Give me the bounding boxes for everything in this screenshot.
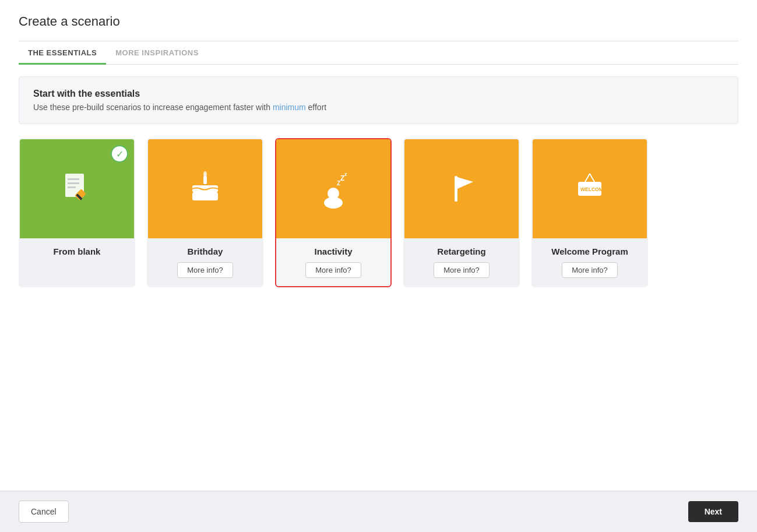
svg-rect-15: [455, 176, 457, 202]
more-info-birthday[interactable]: More info?: [177, 262, 233, 278]
card-welcome-program[interactable]: WELCOME Welcome Program More info?: [531, 138, 648, 287]
svg-text:z: z: [344, 171, 347, 177]
svg-rect-1: [68, 178, 79, 180]
card-image-inactivity: Z Z z: [276, 139, 390, 238]
card-body-from-blank: From blank: [20, 238, 134, 265]
tabs-container: THE ESSENTIALS MORE INSPIRATIONS: [19, 41, 738, 65]
card-from-blank[interactable]: ✓ From blank: [19, 138, 135, 287]
next-button[interactable]: Next: [688, 501, 738, 522]
card-body-birthday: Brithday More info?: [148, 238, 262, 286]
svg-rect-9: [192, 192, 218, 200]
svg-point-7: [203, 171, 207, 177]
card-body-welcome: Welcome Program More info?: [533, 238, 647, 286]
cancel-button[interactable]: Cancel: [19, 501, 69, 523]
more-info-retargeting[interactable]: More info?: [434, 262, 489, 278]
card-image-retargeting: [404, 139, 519, 238]
card-image-welcome: WELCOME: [533, 139, 647, 238]
main-content: Create a scenario THE ESSENTIALS MORE IN…: [0, 0, 757, 491]
svg-rect-6: [203, 176, 207, 184]
page-wrapper: Create a scenario THE ESSENTIALS MORE IN…: [0, 0, 757, 532]
card-title-birthday: Brithday: [188, 246, 223, 256]
svg-rect-2: [68, 182, 79, 184]
tab-inspirations[interactable]: MORE INSPIRATIONS: [106, 41, 208, 65]
card-image-birthday: [148, 139, 262, 238]
cards-container: ✓ From blank: [19, 138, 738, 287]
svg-line-16: [585, 174, 590, 182]
welcome-icon: WELCOME: [566, 165, 613, 212]
essentials-section: Start with the essentials Use these pre-…: [19, 76, 738, 124]
card-title-from-blank: From blank: [54, 246, 101, 256]
svg-text:WELCOME: WELCOME: [580, 186, 607, 192]
card-birthday[interactable]: Brithday More info?: [147, 138, 263, 287]
birthday-icon: [182, 165, 228, 212]
svg-rect-8: [192, 185, 218, 192]
footer: Cancel Next: [0, 491, 757, 532]
from-blank-icon: [54, 165, 100, 212]
more-info-welcome[interactable]: More info?: [562, 262, 617, 278]
card-title-inactivity: Inactivity: [314, 246, 352, 256]
essentials-subtitle: Use these pre-build scenarios to increas…: [33, 103, 724, 112]
card-inactivity[interactable]: Z Z z Inactivity More info?: [275, 138, 392, 287]
svg-line-17: [590, 174, 594, 182]
svg-rect-3: [68, 186, 76, 188]
selected-badge: ✓: [111, 145, 128, 163]
card-body-retargeting: Retargeting More info?: [404, 238, 519, 286]
retargeting-icon: [438, 165, 485, 212]
inactivity-icon: Z Z z: [310, 165, 357, 212]
card-title-retargeting: Retargeting: [437, 246, 485, 256]
card-body-inactivity: Inactivity More info?: [276, 238, 390, 286]
card-retargeting[interactable]: Retargeting More info?: [403, 138, 520, 287]
svg-point-11: [324, 197, 343, 209]
essentials-title: Start with the essentials: [33, 89, 724, 99]
tab-essentials[interactable]: THE ESSENTIALS: [19, 41, 106, 65]
page-title: Create a scenario: [19, 14, 738, 29]
more-info-inactivity[interactable]: More info?: [305, 262, 361, 278]
card-title-welcome: Welcome Program: [551, 246, 628, 256]
card-image-from-blank: ✓: [20, 139, 134, 238]
